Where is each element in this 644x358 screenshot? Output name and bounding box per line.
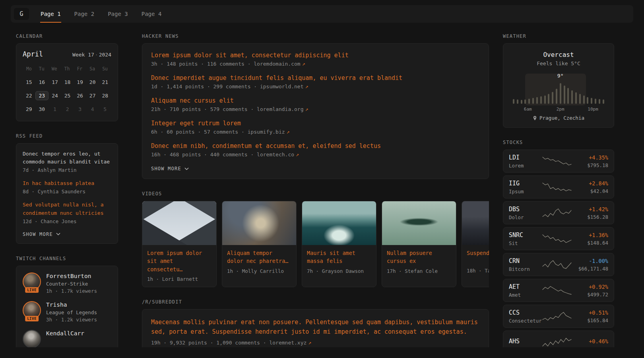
video-title: Mauris sit amet massa felis	[307, 249, 371, 265]
calendar-day-number: 20	[89, 79, 96, 85]
stock-row-middle	[542, 156, 572, 166]
hackernews-item: Aliquam nec cursus elit 21h · 710 points…	[151, 97, 480, 112]
calendar-day-number: 1	[53, 106, 56, 112]
subreddit-post-domain[interactable]: loremnet.xyz	[269, 340, 306, 346]
hackernews-item-domain[interactable]: ipsumworld.net	[260, 84, 304, 90]
weather-bar	[583, 95, 585, 104]
hackernews-item-stats: 21h · 710 points · 579 comments ·	[151, 106, 254, 112]
rss-item: Donec tempor eros leo, ut commodo mauris…	[23, 150, 111, 173]
stock-row-left: AHS	[509, 338, 542, 346]
video-meta: 1h · Lori Barnett	[147, 276, 211, 282]
calendar-day: 28	[99, 90, 111, 101]
weather-widget-title: WEATHER	[503, 33, 614, 39]
videos-widget-title: VIDEOS	[142, 191, 489, 197]
stock-row-middle	[542, 208, 572, 218]
page-tab[interactable]: Page 2	[68, 5, 101, 23]
stock-price: $42.04	[572, 188, 608, 194]
hackernews-item-title[interactable]: Integer eget rutrum lorem	[151, 120, 480, 127]
stocks-widget-title: STOCKS	[503, 140, 614, 145]
twitch-channel-name[interactable]: ForrestBurton	[46, 273, 97, 279]
external-link-icon[interactable]: ↗	[308, 340, 311, 346]
weather-bar	[567, 88, 569, 104]
stock-row-right: +0.46%	[572, 338, 608, 346]
video-card-body: Nullam posuere cursus ex 17h · Stefan Co…	[382, 245, 456, 279]
twitch-channel-name[interactable]: Trisha	[46, 302, 97, 308]
topbar: G Page 1 Page 2 Page 3 Page 4	[11, 5, 633, 23]
page-tab[interactable]: Page 4	[135, 5, 169, 23]
stock-name: Amet	[509, 292, 542, 298]
stock-row-left: SNRC Sit	[509, 232, 542, 246]
stock-change: +0.46%	[572, 338, 608, 344]
external-link-icon[interactable]: ↗	[302, 61, 305, 67]
calendar-widget-title: CALENDAR	[16, 33, 118, 39]
video-card[interactable]: Mauris sit amet massa felis 7h · Grayson…	[302, 201, 376, 287]
external-link-icon[interactable]: ↗	[296, 152, 299, 158]
calendar-week-label: Week 17·2024	[72, 52, 111, 58]
weather-location: Prague, Czechia	[510, 115, 607, 121]
external-link-icon[interactable]: ↗	[305, 84, 308, 90]
twitch-channel-row[interactable]: LIVE Trisha League of Legends 3h · 1.2k …	[23, 301, 111, 323]
calendar-widget: CALENDAR April Week 17·2024 MoTuWeThFrSa…	[16, 33, 118, 121]
subreddit-widget-title: /R/SUBREDDIT	[142, 299, 489, 305]
rss-show-more-button[interactable]: SHOW MORE	[23, 232, 60, 237]
subreddit-card: Maecenas mollis pulvinar erat non posuer…	[142, 309, 489, 347]
rss-list: Donec tempor eros leo, ut commodo mauris…	[23, 150, 111, 224]
stock-price: $148.64	[572, 240, 608, 246]
external-link-icon[interactable]: ↗	[305, 106, 308, 112]
rss-item-title[interactable]: Donec tempor eros leo, ut commodo mauris…	[23, 150, 111, 166]
weather-bar	[571, 90, 573, 104]
hackernews-item-title[interactable]: Aliquam nec cursus elit	[151, 97, 480, 104]
calendar-day: 5	[99, 104, 111, 115]
stock-sparkline	[542, 337, 572, 347]
weather-time-label: 2pm	[557, 107, 564, 112]
twitch-channel-game: Counter-Strike	[46, 281, 97, 287]
page-tab[interactable]: Page 1	[34, 5, 68, 23]
rss-item-title[interactable]: In hac habitasse platea	[23, 179, 111, 187]
stock-row-right: +2.84% $42.04	[572, 180, 608, 194]
stock-row-middle	[542, 259, 572, 270]
twitch-channel-row[interactable]: LIVE ForrestBurton Counter-Strike 1h · 1…	[23, 272, 111, 294]
external-link-icon[interactable]: ↗	[287, 129, 290, 135]
hackernews-item-title[interactable]: Lorem ipsum dolor sit amet, consectetur …	[151, 52, 480, 59]
video-card[interactable]: Suspendisse diam 18h · Tara	[462, 201, 489, 287]
calendar-dow: Th	[61, 66, 74, 72]
video-card[interactable]: Aliquam tempor dolor nec pharetra… 1h · …	[222, 201, 297, 287]
twitch-channel-name[interactable]: KendallCarr	[46, 330, 84, 337]
weather-card: Overcast Feels like 5°C 9° 6am 2pm 10pm	[503, 43, 614, 128]
video-card-body: Aliquam tempor dolor nec pharetra… 1h · …	[222, 245, 296, 279]
content: CALENDAR April Week 17·2024 MoTuWeThFrSa…	[0, 23, 644, 347]
rss-item-title[interactable]: Sed volutpat nulla nisl, a condimentum n…	[23, 201, 111, 217]
subreddit-post-title[interactable]: Maecenas mollis pulvinar erat non posuer…	[151, 317, 480, 337]
stock-price: $156.28	[572, 214, 608, 220]
calendar-day: 15	[23, 77, 35, 88]
stock-row-left: AET Amet	[509, 283, 542, 298]
stock-symbol: SNRC	[509, 232, 542, 239]
stock-name: Sit	[509, 240, 542, 246]
page-tab[interactable]: Page 3	[101, 5, 135, 23]
stock-row: DBS Dolor +1.42% $156.28	[503, 201, 614, 224]
hackernews-item-domain[interactable]: loremtech.co	[257, 152, 294, 158]
weather-bar	[528, 99, 530, 104]
stock-symbol: DBS	[509, 206, 542, 213]
hackernews-item-domain[interactable]: ipsumify.biz	[248, 129, 285, 135]
live-badge: LIVE	[25, 316, 39, 321]
video-card[interactable]: Lorem ipsum dolor sit amet consectetu… 1…	[142, 201, 217, 287]
stock-symbol: AET	[509, 283, 542, 290]
twitch-channel-row[interactable]: KendallCarr	[23, 330, 111, 347]
twitch-avatar-wrap: LIVE	[23, 272, 41, 291]
hackernews-item-title[interactable]: Donec enim nibh, condimentum et accumsan…	[151, 142, 480, 150]
weather-bar	[575, 92, 577, 104]
hackernews-show-more-button[interactable]: SHOW MORE	[151, 166, 189, 171]
stocks-list: LDI Lorem +4.35% $795.18	[503, 150, 614, 347]
calendar-dow: We	[48, 66, 61, 72]
hackernews-widget: HACKER NEWS Lorem ipsum dolor sit amet, …	[142, 33, 489, 179]
weather-bar	[552, 92, 553, 104]
stock-sparkline	[542, 233, 572, 244]
stock-row-middle	[542, 182, 572, 192]
hackernews-item-domain[interactable]: loremdomain.com	[254, 61, 300, 67]
video-card[interactable]: Nullam posuere cursus ex 17h · Stefan Co…	[382, 201, 456, 287]
hackernews-item-domain[interactable]: loremlandia.org	[257, 106, 303, 112]
calendar-day-number: 28	[102, 93, 108, 99]
calendar-day-number: 5	[103, 106, 107, 112]
hackernews-item-title[interactable]: Donec imperdiet augue tincidunt felis al…	[151, 74, 480, 82]
